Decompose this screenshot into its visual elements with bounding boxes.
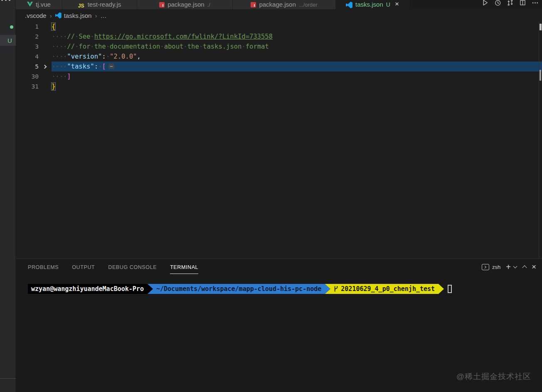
line-gutter: 1 [16, 23, 52, 30]
breadcrumb-label: .vscode [25, 12, 47, 19]
whitespace-dot: · [106, 43, 110, 50]
tab-label: package.json [259, 0, 296, 9]
tab-package-json[interactable]: package.json.../order [233, 0, 336, 9]
git-modified-dot-icon [10, 25, 13, 29]
line-gutter: 5 [16, 63, 52, 70]
js-icon [78, 2, 85, 7]
code-line[interactable]: 3····//·for·the·documentation·about·the·… [16, 42, 542, 52]
code-line[interactable]: 30····] [16, 71, 542, 81]
code-content: ····"version":·"2.0.0", [52, 53, 141, 60]
code-line[interactable]: 1{ [16, 22, 542, 32]
code-line[interactable]: 5····"tasks":·[⋯ [16, 62, 542, 71]
whitespace-dot: · [241, 43, 245, 50]
line-number: 2 [16, 33, 39, 40]
maximize-panel-icon[interactable] [522, 265, 527, 270]
panel-tab-terminal[interactable]: TERMINAL [170, 264, 198, 274]
editor-scrollbar[interactable] [539, 22, 542, 259]
line-gutter: 2 [16, 33, 52, 40]
vscode-icon [346, 2, 352, 8]
line-number: 5 [16, 63, 39, 70]
panel-tab-debug-console[interactable]: DEBUG CONSOLE [108, 264, 157, 274]
tab-test-ready-js[interactable]: test-ready.js [62, 0, 137, 9]
close-tab-icon[interactable]: × [395, 0, 399, 8]
line-number: 31 [16, 83, 39, 90]
prompt-segment: ~/Documents/workspace/mapp-cloud-his-pc-… [153, 284, 325, 294]
powerline-arrow-icon [325, 284, 330, 294]
fold-chevron-icon[interactable] [43, 64, 47, 69]
line-gutter: 4 [16, 53, 52, 60]
explorer-row-modified[interactable] [0, 24, 16, 30]
code-content: ····//·for·the·documentation·about·the·t… [52, 43, 269, 50]
code-content: ····"tasks":·[⋯ [52, 63, 114, 70]
sync-icon[interactable] [507, 0, 514, 6]
history-icon[interactable] [494, 0, 501, 6]
terminal-dropdown-icon[interactable] [513, 264, 517, 269]
line-gutter: 30 [16, 73, 52, 80]
line-number: 3 [16, 43, 39, 50]
vue-icon [27, 2, 33, 7]
code-lines: 1{2····//·See·https://go.microsoft.com/f… [16, 22, 542, 91]
whitespace-dot: · [183, 43, 187, 50]
breadcrumb-item[interactable]: tasks.json [55, 12, 92, 19]
breadcrumb-label: tasks.json [64, 12, 92, 19]
prompt-segment: 20210629_4_p0_chenjh_test [330, 284, 439, 294]
breadcrumb-item[interactable]: … [100, 12, 106, 19]
whitespace-dot: · [75, 33, 79, 40]
code-line[interactable]: 31} [16, 81, 542, 91]
vscode-icon [55, 12, 62, 19]
npm-icon [159, 2, 165, 7]
powerline-arrow-icon [148, 284, 153, 294]
prompt-text: wzyan@wangzhiyuandeMacBook-Pro [31, 284, 144, 294]
code-editor: 1{2····//·See·https://go.microsoft.com/f… [16, 22, 542, 259]
more-actions-icon[interactable] [532, 0, 539, 6]
line-gutter: 31 [16, 83, 52, 90]
tab-label: tj.vue [36, 0, 51, 9]
explorer-sidebar-edge: U [0, 0, 16, 392]
code-content: { [52, 23, 55, 30]
breadcrumb-label: … [100, 12, 106, 19]
code-line[interactable]: 2····//·See·https://go.microsoft.com/fwl… [16, 32, 542, 42]
editor-action-bar [482, 0, 539, 9]
prompt-segment: wzyan@wangzhiyuandeMacBook-Pro [28, 284, 148, 294]
code-line[interactable]: 4····"version":·"2.0.0", [16, 52, 542, 62]
breadcrumb-separator: › [50, 12, 52, 19]
prompt-text: 20210629_4_p0_chenjh_test [341, 284, 435, 294]
tab-description: ./ [207, 0, 210, 9]
close-panel-icon[interactable]: × [532, 264, 536, 270]
scrollbar-decoration [540, 24, 542, 30]
line-gutter: 3 [16, 43, 52, 50]
npm-icon [251, 2, 256, 7]
whitespace-dot: · [199, 43, 203, 50]
tab-tj-vue[interactable]: tj.vue [16, 0, 62, 9]
git-branch-icon [333, 286, 339, 292]
tab-tasks-json[interactable]: tasks.jsonU× [336, 0, 409, 9]
shell-selector[interactable]: zsh [492, 264, 500, 270]
run-icon[interactable] [482, 0, 489, 6]
breadcrumb-item[interactable]: .vscode [25, 12, 47, 19]
vscode-window: U tj.vuetest-ready.jspackage.json./packa… [0, 0, 542, 392]
explorer-row-selected[interactable]: U [0, 35, 16, 46]
breadcrumb-separator: › [95, 12, 97, 19]
panel-tab-problems[interactable]: PROBLEMS [28, 264, 59, 274]
prompt-text: ~/Documents/workspace/mapp-cloud-his-pc-… [156, 284, 321, 294]
overflow-dots-icon [1, 0, 10, 1]
panel-controls: zsh + × [482, 264, 536, 270]
line-number: 30 [16, 73, 39, 80]
git-untracked-badge: U [7, 37, 12, 44]
code-content: } [52, 83, 55, 90]
tab-description: .../order [299, 0, 318, 9]
tab-label: tasks.json [355, 0, 383, 9]
terminal-icon [482, 264, 489, 270]
powerline-arrow-icon [439, 284, 444, 294]
whitespace-dot: · [160, 43, 164, 50]
whitespace-dot: · [90, 43, 94, 50]
line-number: 1 [16, 23, 39, 30]
line-number: 4 [16, 53, 39, 60]
whitespace-dot: · [75, 43, 79, 50]
split-editor-icon[interactable] [519, 0, 526, 6]
fold-column [39, 65, 52, 68]
panel-tab-output[interactable]: OUTPUT [72, 264, 95, 274]
new-terminal-button[interactable]: + [506, 264, 511, 270]
terminal-prompt: wzyan@wangzhiyuandeMacBook-Pro~/Document… [28, 284, 452, 294]
tab-package-json[interactable]: package.json./ [137, 0, 233, 9]
